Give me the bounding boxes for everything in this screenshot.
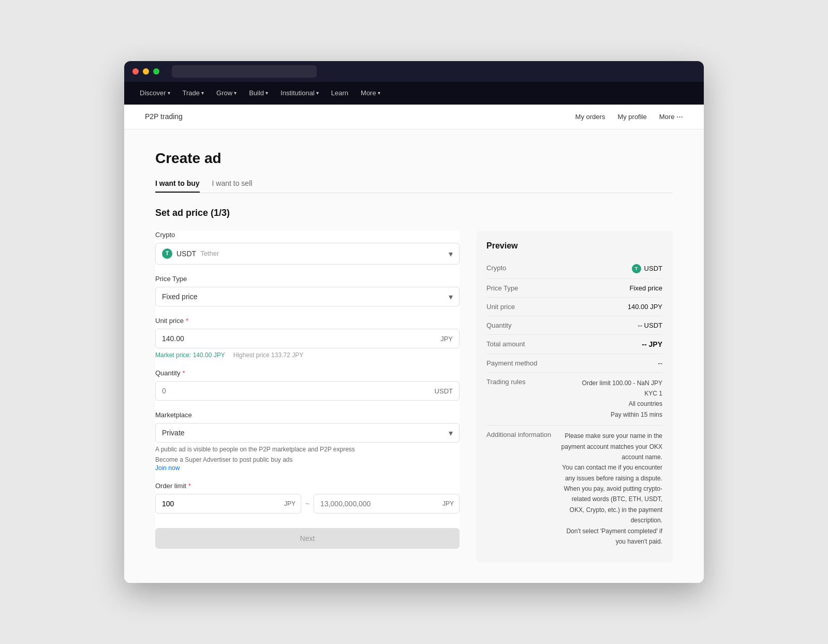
my-profile-link[interactable]: My profile bbox=[617, 113, 646, 121]
market-info: Market price: 140.00 JPY Highest price 1… bbox=[155, 352, 460, 359]
unit-price-input-wrapper: JPY bbox=[155, 329, 460, 348]
preview-trading-rules-label: Trading rules bbox=[486, 378, 525, 386]
preview-row-payment: Payment method -- bbox=[486, 354, 662, 373]
order-limit-min-wrapper: JPY bbox=[155, 494, 301, 514]
preview-panel: Preview Crypto T USDT Price Type Fixed p… bbox=[476, 231, 673, 563]
nav-item-more[interactable]: More ▾ bbox=[356, 87, 386, 99]
step-title: Set ad price (1/3) bbox=[155, 208, 673, 218]
tab-sell[interactable]: I want to sell bbox=[212, 179, 253, 193]
required-indicator: * bbox=[186, 317, 188, 325]
chevron-down-icon: ▾ bbox=[168, 90, 170, 96]
quantity-currency: USDT bbox=[435, 387, 453, 394]
order-limit-row: JPY ~ JPY bbox=[155, 494, 460, 514]
preview-row-quantity: Quantity -- USDT bbox=[486, 316, 662, 335]
tab-bar: I want to buy I want to sell bbox=[155, 179, 673, 193]
unit-price-label: Unit price * bbox=[155, 317, 460, 325]
preview-total-value: -- JPY bbox=[642, 340, 662, 348]
preview-row-additional: Additional information Please make sure … bbox=[486, 426, 662, 552]
page-title: Create ad bbox=[155, 150, 673, 167]
unit-price-group: Unit price * JPY Market price: 140.00 JP… bbox=[155, 317, 460, 359]
range-separator: ~ bbox=[305, 500, 309, 508]
my-orders-link[interactable]: My orders bbox=[575, 113, 605, 121]
preview-price-type-value: Fixed price bbox=[629, 284, 662, 292]
quantity-label: Quantity * bbox=[155, 369, 460, 377]
nav-item-build[interactable]: Build ▾ bbox=[244, 87, 273, 99]
preview-crypto-value: T USDT bbox=[632, 264, 662, 273]
preview-quantity-value: -- USDT bbox=[638, 321, 662, 329]
crypto-label: Crypto bbox=[155, 231, 460, 239]
titlebar bbox=[124, 61, 704, 82]
usdt-badge: T bbox=[162, 248, 172, 259]
preview-unit-price-value: 140.00 JPY bbox=[628, 303, 662, 311]
unit-price-input[interactable] bbox=[156, 329, 459, 348]
chevron-down-icon: ▾ bbox=[265, 90, 268, 96]
unit-price-currency: JPY bbox=[440, 334, 453, 342]
mac-window: Discover ▾ Trade ▾ Grow ▾ Build ▾ Instit… bbox=[124, 61, 704, 583]
nav-item-institutional[interactable]: Institutional ▾ bbox=[275, 87, 324, 99]
order-limit-label: Order limit * bbox=[155, 482, 460, 490]
nav-item-trade[interactable]: Trade ▾ bbox=[178, 87, 209, 99]
nav-item-grow[interactable]: Grow ▾ bbox=[211, 87, 242, 99]
price-type-group: Price Type Fixed price ▾ bbox=[155, 275, 460, 306]
minimize-button[interactable] bbox=[143, 68, 149, 75]
join-now-link[interactable]: Join now bbox=[155, 464, 460, 472]
market-price: Market price: 140.00 JPY bbox=[155, 352, 225, 359]
order-limit-max-input[interactable] bbox=[314, 494, 459, 513]
preview-row-unit-price: Unit price 140.00 JPY bbox=[486, 298, 662, 316]
sub-navbar: P2P trading My orders My profile More ⋯ bbox=[124, 105, 704, 129]
marketplace-label: Marketplace bbox=[155, 411, 460, 419]
usdt-icon: T bbox=[632, 264, 641, 273]
quantity-input[interactable] bbox=[156, 382, 459, 400]
more-link[interactable]: More ⋯ bbox=[659, 113, 683, 121]
navbar: Discover ▾ Trade ▾ Grow ▾ Build ▾ Instit… bbox=[124, 82, 704, 105]
marketplace-help-text: A public ad is visible to people on the … bbox=[155, 446, 460, 453]
marketplace-select[interactable]: Private ▾ bbox=[155, 423, 460, 443]
url-bar[interactable] bbox=[172, 65, 317, 78]
preview-unit-price-label: Unit price bbox=[486, 303, 515, 311]
preview-row-total: Total amount -- JPY bbox=[486, 335, 662, 354]
preview-additional-value: Please make sure your name in the paymen… bbox=[559, 431, 662, 547]
nav-item-discover[interactable]: Discover ▾ bbox=[135, 87, 175, 99]
chevron-down-icon: ▾ bbox=[378, 90, 380, 96]
close-button[interactable] bbox=[132, 68, 139, 75]
preview-row-trading-rules: Trading rules Order limit 100.00 - NaN J… bbox=[486, 373, 662, 426]
preview-quantity-label: Quantity bbox=[486, 321, 511, 329]
preview-payment-value: -- bbox=[658, 359, 662, 367]
order-limit-group: Order limit * JPY ~ JPY bbox=[155, 482, 460, 514]
preview-row-price-type: Price Type Fixed price bbox=[486, 279, 662, 298]
form-panel: Crypto T USDT Tether ▾ Price Type bbox=[155, 231, 460, 549]
crypto-group: Crypto T USDT Tether ▾ bbox=[155, 231, 460, 265]
order-limit-min-currency: JPY bbox=[284, 500, 295, 507]
maximize-button[interactable] bbox=[153, 68, 159, 75]
preview-total-label: Total amount bbox=[486, 340, 525, 348]
required-indicator: * bbox=[188, 482, 191, 490]
sub-nav-title: P2P trading bbox=[145, 112, 183, 121]
order-limit-min-input[interactable] bbox=[156, 494, 301, 513]
price-type-select[interactable]: Fixed price ▾ bbox=[155, 287, 460, 306]
tab-buy[interactable]: I want to buy bbox=[155, 179, 200, 193]
chevron-down-icon: ▾ bbox=[316, 90, 319, 96]
next-button[interactable]: Next bbox=[155, 528, 460, 549]
required-indicator: * bbox=[182, 369, 185, 377]
crypto-select[interactable]: T USDT Tether ▾ bbox=[155, 243, 460, 265]
preview-price-type-label: Price Type bbox=[486, 284, 518, 292]
preview-additional-label: Additional information bbox=[486, 431, 551, 438]
preview-payment-label: Payment method bbox=[486, 359, 537, 367]
quantity-input-wrapper: USDT bbox=[155, 381, 460, 401]
preview-title: Preview bbox=[486, 241, 662, 251]
order-limit-max-currency: JPY bbox=[442, 500, 454, 507]
preview-crypto-label: Crypto bbox=[486, 264, 506, 272]
nav-item-learn[interactable]: Learn bbox=[326, 87, 353, 99]
main-content: Create ad I want to buy I want to sell S… bbox=[124, 129, 704, 583]
chevron-down-icon: ▾ bbox=[201, 90, 204, 96]
chevron-down-icon: ▾ bbox=[234, 90, 236, 96]
preview-row-crypto: Crypto T USDT bbox=[486, 259, 662, 279]
marketplace-group: Marketplace Private ▾ A public ad is vis… bbox=[155, 411, 460, 472]
quantity-group: Quantity * USDT bbox=[155, 369, 460, 401]
super-advertiser-text: Become a Super Advertiser to post public… bbox=[155, 456, 460, 463]
price-type-label: Price Type bbox=[155, 275, 460, 283]
order-limit-max-wrapper: JPY bbox=[314, 494, 460, 514]
highest-price: Highest price 133.72 JPY bbox=[233, 352, 303, 359]
preview-trading-rules-value: Order limit 100.00 - NaN JPY KYC 1 All c… bbox=[582, 378, 662, 420]
